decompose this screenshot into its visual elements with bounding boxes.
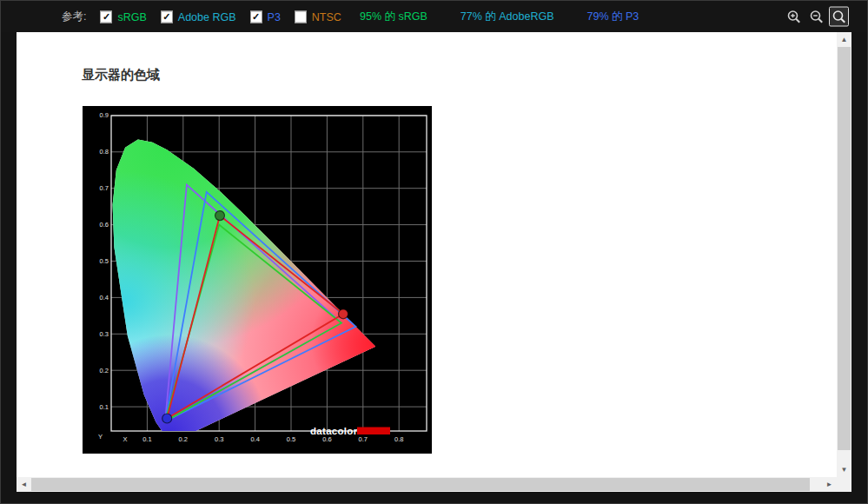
- svg-text:0.1: 0.1: [142, 435, 151, 443]
- toolbar: 参考: sRGB Adobe RGB P3 NTSC 95% 的 sRGB 77…: [1, 1, 867, 32]
- checkbox-srgb-box[interactable]: [100, 10, 112, 23]
- checkbox-srgb[interactable]: sRGB: [100, 10, 146, 23]
- checkbox-p3-label: P3: [268, 10, 281, 23]
- checkbox-ntsc[interactable]: NTSC: [295, 10, 341, 23]
- primary-dot-red: [339, 309, 348, 319]
- svg-text:0.8: 0.8: [394, 435, 403, 443]
- svg-text:0.7: 0.7: [100, 184, 109, 192]
- report-panel: 显示器的色域: [17, 32, 851, 492]
- datacolor-logo-bar: [357, 428, 390, 435]
- scroll-left-button[interactable]: [17, 477, 31, 492]
- reference-label: 参考:: [62, 10, 86, 24]
- horizontal-scrollbar[interactable]: [17, 477, 837, 492]
- checkbox-p3-box[interactable]: [250, 10, 262, 23]
- stat-adobergb-coverage: 77% 的 AdobeRGB: [461, 10, 554, 24]
- svg-text:0.5: 0.5: [287, 435, 295, 443]
- primary-dot-blue: [162, 414, 172, 423]
- zoom-in-button[interactable]: [784, 7, 804, 27]
- vertical-scrollbar[interactable]: [837, 32, 851, 477]
- zoom-controls: [784, 7, 849, 27]
- scroll-down-button[interactable]: [837, 462, 851, 477]
- svg-text:0.3: 0.3: [215, 435, 223, 443]
- svg-text:0.7: 0.7: [359, 435, 368, 443]
- vertical-scrollbar-thumb[interactable]: [838, 47, 851, 450]
- datacolor-logo-text: datacolor: [310, 426, 358, 436]
- checkbox-srgb-label: sRGB: [117, 10, 146, 23]
- svg-text:0.2: 0.2: [179, 435, 188, 443]
- gamut-chart-image: 0.10.20.30.40.50.60.70.80.90.10.20.30.40…: [83, 106, 432, 454]
- svg-text:0.1: 0.1: [100, 403, 109, 411]
- gamut-coverage-stats: 95% 的 sRGB 77% 的 AdobeRGB 79% 的 P3: [360, 10, 639, 24]
- svg-text:X: X: [123, 435, 127, 443]
- zoom-out-button[interactable]: [806, 7, 826, 27]
- magnifier-icon: [832, 9, 847, 24]
- checkbox-adobergb-label: Adobe RGB: [178, 10, 236, 23]
- svg-text:0.3: 0.3: [100, 330, 109, 338]
- reference-group: 参考: sRGB Adobe RGB P3 NTSC: [62, 10, 341, 24]
- svg-text:0.8: 0.8: [100, 148, 109, 156]
- zoom-in-icon: [786, 9, 802, 24]
- svg-text:0.4: 0.4: [100, 294, 109, 302]
- zoom-out-icon: [809, 9, 825, 24]
- svg-text:Y: Y: [98, 433, 103, 441]
- scrollbar-corner: [837, 477, 851, 492]
- svg-text:0.2: 0.2: [100, 367, 109, 375]
- gamut-chart-svg: 0.10.20.30.40.50.60.70.80.90.10.20.30.40…: [83, 106, 432, 454]
- svg-text:0.9: 0.9: [100, 111, 109, 119]
- stat-srgb-coverage: 95% 的 sRGB: [360, 10, 427, 24]
- svg-text:0.5: 0.5: [100, 257, 109, 265]
- scroll-up-button[interactable]: [837, 32, 851, 47]
- svg-text:0.6: 0.6: [322, 435, 331, 443]
- primary-dot-green: [215, 211, 225, 221]
- svg-text:0.6: 0.6: [100, 221, 109, 229]
- checkbox-p3[interactable]: P3: [250, 10, 281, 23]
- page-title: 显示器的色域: [82, 67, 160, 83]
- checkbox-ntsc-box[interactable]: [295, 10, 307, 23]
- report-content: 显示器的色域: [17, 32, 837, 477]
- checkbox-adobergb-box[interactable]: [161, 10, 173, 23]
- stat-p3-coverage: 79% 的 P3: [587, 10, 639, 24]
- horizontal-scrollbar-thumb[interactable]: [31, 478, 810, 491]
- zoom-fit-button[interactable]: [829, 7, 849, 27]
- checkbox-ntsc-label: NTSC: [312, 10, 341, 23]
- svg-text:0.4: 0.4: [250, 435, 259, 443]
- checkbox-adobergb[interactable]: Adobe RGB: [161, 10, 236, 23]
- scroll-right-button[interactable]: [822, 477, 837, 492]
